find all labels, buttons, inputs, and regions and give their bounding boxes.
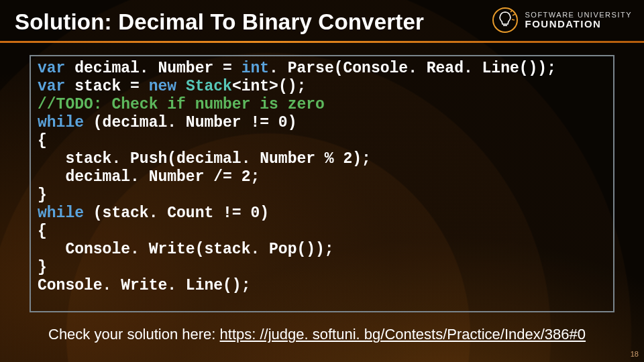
code-text: Console. Write. Line();	[38, 277, 250, 294]
brand-line-2: FOUNDATION	[525, 19, 633, 29]
code-text	[176, 78, 186, 95]
type-stack: Stack	[186, 78, 232, 95]
svg-line-4	[512, 19, 515, 20]
check-solution-line: Check your solution here: https: //judge…	[48, 326, 586, 343]
code-text: stack. Push(decimal. Number % 2);	[38, 150, 371, 168]
code-text: Console. Write(stack. Pop());	[38, 241, 334, 258]
code-brace: }	[38, 186, 47, 204]
page-title: Solution: Decimal To Binary Converter	[15, 9, 424, 35]
page-number: 18	[631, 350, 639, 358]
code-text: <int>();	[232, 78, 306, 95]
brand-logo: SOFTWARE UNIVERSITY FOUNDATION	[492, 7, 633, 34]
code-text: (decimal. Number != 0)	[84, 114, 297, 131]
slide: Solution: Decimal To Binary Converter SO…	[0, 0, 644, 362]
kw-new: new	[149, 78, 176, 95]
check-prefix: Check your solution here:	[48, 326, 220, 343]
svg-line-3	[513, 14, 515, 15]
kw-while: while	[38, 204, 84, 222]
kw-var: var	[38, 60, 65, 77]
judge-link[interactable]: https: //judge. softuni. bg/Contests/Pra…	[220, 326, 586, 343]
kw-var: var	[38, 78, 65, 95]
code-text: decimal. Number =	[65, 60, 241, 77]
code-comment: //TODO: Check if number is zero	[38, 96, 325, 113]
code-text: stack =	[65, 78, 148, 95]
code-text: decimal. Number /= 2;	[38, 168, 260, 186]
brand-text: SOFTWARE UNIVERSITY FOUNDATION	[525, 11, 633, 29]
lightbulb-gear-icon	[492, 7, 519, 34]
code-brace: }	[38, 259, 47, 276]
kw-int: int	[241, 60, 269, 77]
svg-line-2	[511, 10, 513, 12]
code-brace: {	[38, 132, 47, 149]
code-block: var decimal. Number = int. Parse(Console…	[30, 55, 614, 312]
kw-while: while	[38, 114, 84, 131]
code-brace: {	[38, 223, 47, 240]
code-text: (stack. Count != 0)	[84, 204, 269, 222]
code-text: . Parse(Console. Read. Line());	[269, 60, 556, 77]
title-underline	[0, 41, 644, 43]
